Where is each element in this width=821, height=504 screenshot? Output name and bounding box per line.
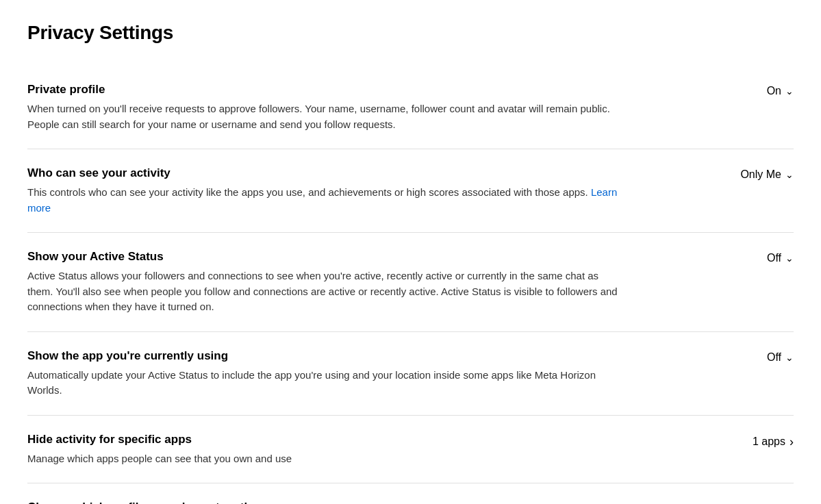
- page-title: Privacy Settings: [27, 22, 794, 44]
- item-control-value-active-status: Off: [767, 252, 781, 264]
- item-control-value-hide-activity: 1 apps: [753, 436, 785, 448]
- item-title-private-profile: Private profile: [27, 82, 623, 97]
- arrow-right-icon-hide-activity: ›: [790, 435, 794, 449]
- item-title-who-can-see-activity: Who can see your activity: [27, 166, 623, 181]
- settings-item-who-can-see-activity: Who can see your activity This controls …: [27, 149, 794, 233]
- item-control-private-profile[interactable]: On ⌄: [767, 85, 794, 97]
- learn-more-link[interactable]: Learn more: [27, 186, 617, 214]
- item-description-hide-activity: Manage which apps people can see that yo…: [27, 451, 623, 467]
- item-control-active-status[interactable]: Off ⌄: [767, 252, 794, 264]
- item-control-value-private-profile: On: [767, 85, 781, 97]
- item-description-private-profile: When turned on you'll receive requests t…: [27, 101, 623, 132]
- item-description-show-app: Automatically update your Active Status …: [27, 368, 623, 399]
- item-content-hide-activity: Hide activity for specific apps Manage w…: [27, 432, 623, 467]
- settings-item-private-profile: Private profile When turned on you'll re…: [27, 66, 794, 149]
- chevron-down-icon-active-status: ⌄: [785, 253, 794, 264]
- settings-item-show-app: Show the app you're currently using Auto…: [27, 332, 794, 416]
- item-control-value-show-app: Off: [767, 351, 781, 364]
- chevron-down-icon: ⌄: [785, 86, 794, 97]
- item-title-active-status: Show your Active Status: [27, 249, 623, 264]
- item-title-choose-profiles: Choose which profiles are shown together: [27, 500, 623, 504]
- item-content-who-can-see-activity: Who can see your activity This controls …: [27, 166, 623, 216]
- settings-item-hide-activity: Hide activity for specific apps Manage w…: [27, 416, 794, 484]
- item-content-choose-profiles: Choose which profiles are shown together: [27, 500, 623, 504]
- settings-list: Private profile When turned on you'll re…: [27, 66, 794, 504]
- item-control-hide-activity[interactable]: 1 apps ›: [753, 435, 794, 449]
- settings-item-choose-profiles: Choose which profiles are shown together…: [27, 483, 794, 504]
- item-content-show-app: Show the app you're currently using Auto…: [27, 349, 623, 399]
- item-title-show-app: Show the app you're currently using: [27, 349, 623, 364]
- settings-item-active-status: Show your Active Status Active Status al…: [27, 233, 794, 332]
- chevron-down-icon-activity: ⌄: [785, 169, 794, 180]
- chevron-down-icon-show-app: ⌄: [785, 352, 794, 363]
- item-content-private-profile: Private profile When turned on you'll re…: [27, 82, 623, 132]
- item-control-show-app[interactable]: Off ⌄: [767, 351, 794, 364]
- item-content-active-status: Show your Active Status Active Status al…: [27, 249, 623, 315]
- item-title-hide-activity: Hide activity for specific apps: [27, 432, 623, 447]
- item-description-active-status: Active Status allows your followers and …: [27, 268, 623, 315]
- item-description-who-can-see-activity: This controls who can see your activity …: [27, 185, 623, 216]
- item-control-who-can-see-activity[interactable]: Only Me ⌄: [740, 168, 794, 181]
- item-control-value-who-can-see-activity: Only Me: [740, 168, 781, 181]
